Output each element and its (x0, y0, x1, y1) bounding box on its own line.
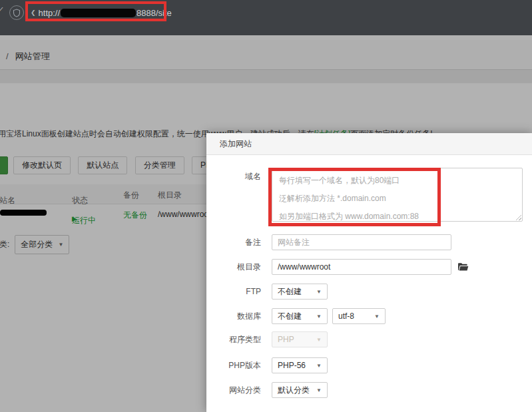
url-redaction (61, 9, 136, 17)
resize-handle[interactable] (515, 214, 521, 220)
root-label: 根目录 (206, 262, 261, 273)
modal-title: 添加网站 (206, 133, 532, 155)
php-version-label: PHP版本 (206, 360, 261, 371)
charset-select[interactable]: utf-8 ▼ (332, 308, 386, 324)
edge-clipped-icon: ⟋ (0, 5, 3, 17)
database-label: 数据库 (206, 311, 261, 322)
ftp-label: FTP (206, 287, 261, 296)
chevron-down-icon: ▼ (316, 289, 322, 295)
domain-placeholder-line: 如另加端口格式为 www.domain.com:88 (279, 208, 515, 222)
field-row-database: 数据库 不创建 ▼ utf-8 ▼ (206, 308, 386, 324)
browser-address-bar: ⟋ ❮ http://8888/site (0, 0, 532, 35)
domain-placeholder-line: 每行填写一个域名，默认为80端口 (279, 172, 515, 190)
url-prefix: http:// (39, 8, 61, 18)
site-category-select[interactable]: 默认分类 ▼ (272, 382, 328, 398)
field-row-program-type: 程序类型 PHP ▼ (206, 331, 328, 347)
field-row-root: 根目录 (206, 259, 469, 275)
field-row-php-version: PHP版本 PHP-56 ▼ (206, 357, 328, 373)
site-category-label: 网站分类 (206, 385, 261, 396)
address-field[interactable]: ❮ http://8888/site (9, 4, 172, 21)
chevron-down-icon: ▼ (316, 313, 322, 319)
field-row-ftp: FTP 不创建 ▼ (206, 284, 328, 300)
field-row-domain: 域名 每行填写一个域名，默认为80端口 泛解析添加方法 *.domain.com… (206, 168, 523, 222)
url-text[interactable]: http://8888/site (39, 8, 172, 18)
program-type-select: PHP ▼ (272, 331, 328, 347)
root-dir-input[interactable] (272, 259, 451, 275)
bookmark-caret-icon: ❮ (31, 9, 36, 16)
domain-label: 域名 (206, 168, 261, 185)
chevron-down-icon: ▼ (374, 313, 380, 319)
folder-icon[interactable] (457, 262, 469, 272)
shield-icon[interactable] (9, 5, 24, 20)
domain-placeholder-line: 泛解析添加方法 *.domain.com (279, 190, 515, 208)
database-select[interactable]: 不创建 ▼ (272, 308, 328, 324)
chevron-down-icon: ▼ (316, 337, 322, 343)
domain-textarea[interactable]: 每行填写一个域名，默认为80端口 泛解析添加方法 *.domain.com 如另… (272, 168, 523, 222)
php-version-select[interactable]: PHP-56 ▼ (272, 357, 328, 373)
field-row-note: 备注 (206, 234, 451, 250)
note-input[interactable] (272, 234, 451, 250)
add-site-modal: 添加网站 域名 每行填写一个域名，默认为80端口 泛解析添加方法 *.domai… (206, 133, 532, 412)
chevron-down-icon: ▼ (316, 363, 322, 369)
chevron-down-icon: ▼ (316, 387, 322, 393)
url-suffix: 8888/site (136, 8, 172, 18)
ftp-select[interactable]: 不创建 ▼ (272, 284, 328, 300)
program-type-label: 程序类型 (206, 334, 261, 345)
note-label: 备注 (206, 237, 261, 248)
field-row-site-category: 网站分类 默认分类 ▼ (206, 382, 328, 398)
